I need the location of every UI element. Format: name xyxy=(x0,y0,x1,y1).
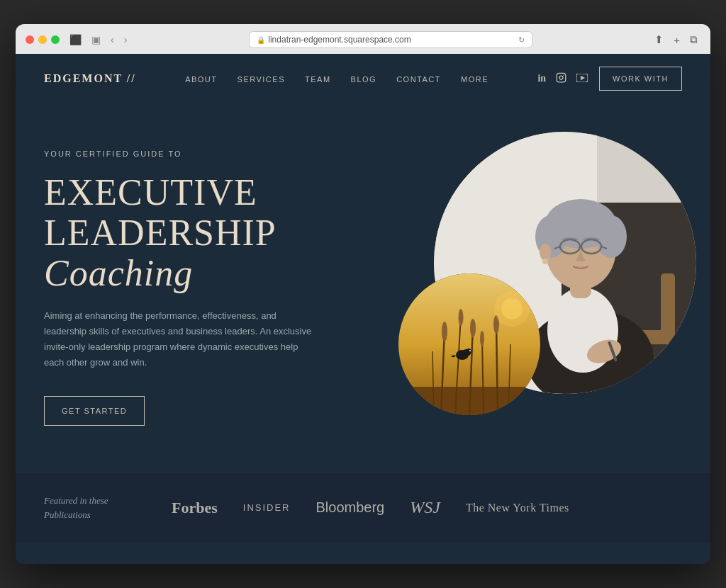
svg-point-23 xyxy=(542,259,548,264)
svg-point-16 xyxy=(596,215,627,258)
tabs-button[interactable]: ⧉ xyxy=(687,32,700,47)
svg-point-43 xyxy=(469,350,471,351)
url-text: lindatran-edgemont.squarespace.com xyxy=(268,35,411,45)
reload-icon[interactable]: ↻ xyxy=(518,35,525,45)
youtube-icon[interactable] xyxy=(576,73,588,84)
browser-actions: ⬆ + ⧉ xyxy=(652,32,700,47)
svg-point-35 xyxy=(442,322,447,341)
hero-title: EXECUTIVE LEADERSHIP Coaching xyxy=(44,172,356,294)
address-bar[interactable]: 🔒 lindatran-edgemont.squarespace.com ↻ xyxy=(249,31,532,48)
nature-circle xyxy=(398,273,540,415)
forbes-logo: Forbes xyxy=(172,499,218,517)
bloomberg-logo: Bloomberg xyxy=(316,499,385,516)
nav-more[interactable]: MORE xyxy=(461,75,488,84)
nav-about[interactable]: ABOUT xyxy=(185,75,217,84)
svg-marker-4 xyxy=(581,76,585,81)
nav-services[interactable]: SERVICES xyxy=(238,75,285,84)
nav-team[interactable]: TEAM xyxy=(305,75,331,84)
svg-point-22 xyxy=(540,244,551,261)
svg-point-2 xyxy=(563,74,564,75)
address-bar-wrapper: 🔒 lindatran-edgemont.squarespace.com ↻ xyxy=(137,31,644,48)
publications-logos: Forbes INSIDER Bloomberg WSJ The New Yor… xyxy=(172,498,682,517)
close-button[interactable] xyxy=(26,35,34,44)
website-content: EDGEMONT // ABOUT SERVICES TEAM BLOG CON… xyxy=(16,54,710,564)
publications-section: Featured in thesePublications Forbes INS… xyxy=(16,472,710,543)
svg-point-38 xyxy=(480,331,484,346)
linkedin-icon[interactable]: in xyxy=(537,73,546,84)
back-nav-button[interactable]: ‹ xyxy=(108,33,117,46)
share-button[interactable]: ⬆ xyxy=(652,32,666,47)
nyt-logo: The New York Times xyxy=(466,502,569,514)
browser-window: ⬛ ▣ ‹ › 🔒 lindatran-edgemont.squarespace… xyxy=(16,24,710,564)
nav-links: ABOUT SERVICES TEAM BLOG CONTACT MORE xyxy=(185,72,488,85)
svg-point-45 xyxy=(501,298,523,320)
back-button[interactable]: ⬛ xyxy=(67,33,84,46)
hero-description: Aiming at enhancing the performance, eff… xyxy=(44,308,313,371)
publications-label-text: Featured in thesePublications xyxy=(44,495,108,520)
hero-title-line1: EXECUTIVE xyxy=(44,172,257,213)
nav-contact[interactable]: CONTACT xyxy=(396,75,441,84)
svg-point-1 xyxy=(559,76,563,79)
svg-rect-0 xyxy=(557,73,566,82)
insider-logo: INSIDER xyxy=(243,502,291,513)
hero-images xyxy=(356,118,710,472)
svg-rect-9 xyxy=(661,273,675,344)
hero-title-coaching: Coaching xyxy=(44,253,193,293)
work-with-button[interactable]: WORK WITH xyxy=(599,67,682,91)
page-switcher-button[interactable]: ▣ xyxy=(89,33,104,46)
wsj-logo: WSJ xyxy=(410,498,440,517)
hero-title-line2: LEADERSHIP xyxy=(44,213,275,253)
minimize-button[interactable] xyxy=(38,35,47,44)
new-tab-button[interactable]: + xyxy=(671,32,683,47)
nav-social: in xyxy=(537,72,588,85)
svg-point-36 xyxy=(459,309,464,326)
hero-section: YOUR CERTIFIED GUIDE TO EXECUTIVE LEADER… xyxy=(16,103,710,472)
browser-chrome: ⬛ ▣ ‹ › 🔒 lindatran-edgemont.squarespace… xyxy=(16,24,710,54)
site-nav: EDGEMONT // ABOUT SERVICES TEAM BLOG CON… xyxy=(16,54,710,103)
traffic-lights xyxy=(26,35,60,44)
nav-blog[interactable]: BLOG xyxy=(351,75,377,84)
publications-label: Featured in thesePublications xyxy=(44,494,143,521)
instagram-icon[interactable] xyxy=(556,72,566,85)
browser-nav-controls: ⬛ ▣ ‹ › xyxy=(67,33,130,46)
site-logo[interactable]: EDGEMONT // xyxy=(44,72,136,85)
get-started-button[interactable]: GET STARTED xyxy=(44,396,145,426)
svg-point-42 xyxy=(466,349,471,354)
hero-subtitle: YOUR CERTIFIED GUIDE TO xyxy=(44,149,356,158)
svg-point-37 xyxy=(470,319,476,337)
hero-text: YOUR CERTIFIED GUIDE TO EXECUTIVE LEADER… xyxy=(44,149,356,426)
maximize-button[interactable] xyxy=(51,35,60,44)
lock-icon: 🔒 xyxy=(257,36,265,44)
forward-nav-button[interactable]: › xyxy=(121,33,130,46)
